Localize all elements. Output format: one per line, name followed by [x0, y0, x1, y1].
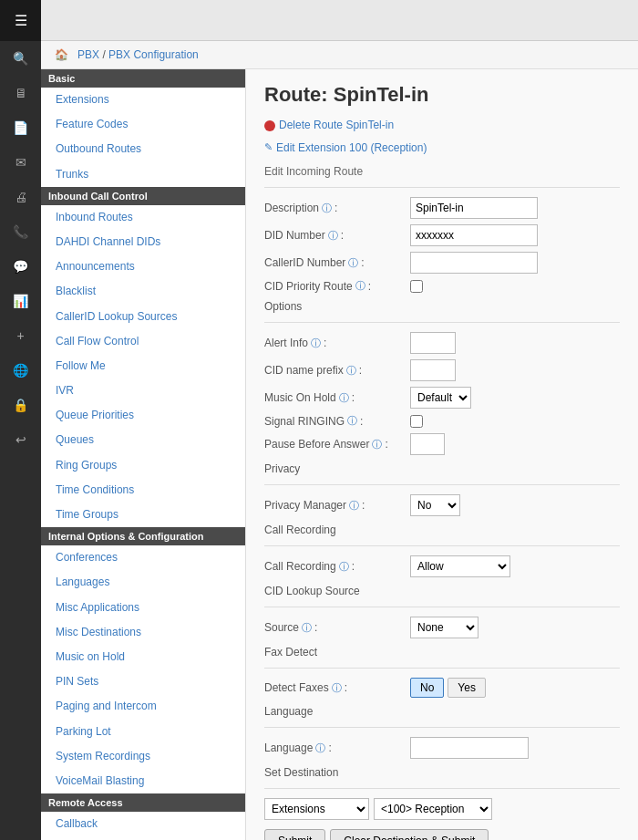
did-number-label: DID Number ⓘ : [264, 229, 410, 243]
sidebar-item-plus[interactable]: + [0, 318, 41, 353]
breadcrumb: 🏠 PBX / PBX Configuration [41, 41, 638, 69]
sidebar-item-print[interactable]: 🖨 [0, 180, 41, 214]
delete-route-link[interactable]: Delete Route SpinTel-in [264, 116, 394, 136]
sidebar-item-voicemail-blasting[interactable]: VoiceMail Blasting [41, 769, 245, 793]
callerid-help-icon[interactable]: ⓘ [348, 256, 358, 270]
sidebar-item-ring-groups[interactable]: Ring Groups [41, 453, 245, 478]
privacy-manager-select[interactable]: No Yes [410, 494, 460, 516]
sidebar-item-extensions[interactable]: Extensions [41, 88, 245, 112]
sidebar-item-desktop[interactable]: 🖥 [0, 76, 41, 110]
cid-name-prefix-label: CID name prefix ⓘ : [264, 364, 410, 378]
pause-before-answer-input[interactable] [410, 433, 445, 455]
sidebar-item-call-flow[interactable]: Call Flow Control [41, 329, 245, 354]
destination-ext-select[interactable]: <100> Reception [374, 798, 492, 820]
submit-button[interactable]: Submit [264, 829, 325, 840]
source-help-icon[interactable]: ⓘ [302, 621, 312, 635]
language-input[interactable] [410, 737, 529, 759]
sidebar-item-search[interactable]: 🔍 [0, 41, 41, 76]
sidebar-item-system-recordings[interactable]: System Recordings [41, 744, 245, 769]
cid-name-prefix-input[interactable] [410, 359, 456, 381]
clear-submit-button[interactable]: Clear Destination & Submit [330, 829, 489, 840]
sidebar-item-parking[interactable]: Parking Lot [41, 720, 245, 744]
sidebar-item-time-groups[interactable]: Time Groups [41, 503, 245, 527]
language-section-title: Language [264, 705, 620, 718]
sidebar-item-blacklist[interactable]: Blacklist [41, 279, 245, 304]
cid-priority-checkbox[interactable] [410, 280, 423, 293]
page-title-prefix: Route: [264, 83, 334, 106]
cid-priority-row: CID Priority Route ⓘ : [264, 279, 620, 293]
did-help-icon[interactable]: ⓘ [328, 229, 338, 243]
music-on-hold-select[interactable]: Default [410, 387, 471, 409]
sidebar-item-trunks[interactable]: Trunks [41, 162, 245, 187]
alert-info-help-icon[interactable]: ⓘ [311, 337, 321, 350]
did-number-input[interactable] [410, 224, 538, 246]
sidebar-item-languages[interactable]: Languages [41, 570, 245, 595]
sidebar-item-lock[interactable]: 🔒 [0, 388, 41, 422]
call-recording-help-icon[interactable]: ⓘ [339, 560, 349, 574]
signal-ringing-checkbox[interactable] [410, 415, 423, 428]
sidebar-item-conferences[interactable]: Conferences [41, 545, 245, 570]
sidebar-item-phone[interactable]: 📞 [0, 214, 41, 249]
sidebar-item-time-conditions[interactable]: Time Conditions [41, 478, 245, 503]
language-row: Language ⓘ : [264, 737, 620, 759]
privacy-manager-help-icon[interactable]: ⓘ [349, 499, 359, 513]
sidebar-item-callerid-lookup[interactable]: CallerID Lookup Sources [41, 305, 245, 329]
sidebar-item-ivr[interactable]: IVR [41, 379, 245, 403]
delete-route-label: Delete Route SpinTel-in [279, 116, 394, 136]
form-area: Route: SpinTel-in Delete Route SpinTel-i… [246, 69, 638, 840]
sidebar-item-dahdi[interactable]: DAHDI Channel DIDs [41, 230, 245, 254]
description-help-icon[interactable]: ⓘ [322, 202, 332, 215]
call-recording-row: Call Recording ⓘ : Allow Deny Don't Care… [264, 555, 620, 577]
home-icon[interactable]: 🏠 [55, 48, 68, 61]
sidebar-item-callback[interactable]: Callback [41, 812, 245, 836]
sidebar-item-misc-destinations[interactable]: Misc Destinations [41, 620, 245, 645]
sidebar-item-chat[interactable]: 💬 [0, 249, 41, 284]
callerid-number-label: CallerID Number ⓘ : [264, 256, 410, 270]
pause-before-answer-help-icon[interactable]: ⓘ [372, 438, 382, 451]
detect-faxes-help-icon[interactable]: ⓘ [332, 681, 342, 695]
call-recording-select[interactable]: Allow Deny Don't Care On Demand [410, 555, 510, 577]
sidebar: Basic Extensions Feature Codes Outbound … [41, 69, 246, 840]
edit-extension-link[interactable]: ✎ Edit Extension 100 (Reception) [264, 139, 427, 159]
description-input[interactable] [410, 197, 538, 219]
sidebar-item-misc-apps[interactable]: Misc Applications [41, 596, 245, 620]
menu-toggle[interactable]: ☰ [0, 0, 41, 41]
sidebar-item-queues[interactable]: Queues [41, 428, 245, 452]
sidebar-item-undo[interactable]: ↩ [0, 422, 41, 457]
sidebar-item-queue-priorities[interactable]: Queue Priorities [41, 403, 245, 428]
music-on-hold-help-icon[interactable]: ⓘ [339, 391, 349, 405]
divider-cid-lookup [264, 607, 620, 607]
sidebar-item-globe[interactable]: 🌐 [0, 353, 41, 388]
sidebar-item-document[interactable]: 📄 [0, 110, 41, 145]
callerid-number-input[interactable] [410, 252, 538, 274]
language-help-icon[interactable]: ⓘ [315, 741, 325, 755]
cid-priority-help-icon[interactable]: ⓘ [355, 279, 365, 293]
sidebar-item-mail[interactable]: ✉ [0, 145, 41, 180]
options-section-title: Options [264, 300, 620, 313]
source-select[interactable]: None [410, 617, 478, 638]
set-destination-section-title: Set Destination [264, 766, 620, 779]
destination-type-select[interactable]: Extensions IVR Ring Groups Voicemail [264, 798, 369, 820]
sidebar-item-disa[interactable]: DISA [41, 836, 245, 840]
sidebar-item-music-on-hold[interactable]: Music on Hold [41, 645, 245, 669]
breadcrumb-pbxconfig[interactable]: PBX Configuration [108, 48, 199, 61]
sidebar-item-follow-me[interactable]: Follow Me [41, 354, 245, 379]
sidebar-item-announcements[interactable]: Announcements [41, 254, 245, 279]
sidebar-item-pin-sets[interactable]: PIN Sets [41, 669, 245, 694]
action-links: Delete Route SpinTel-in ✎ Edit Extension… [264, 116, 620, 161]
signal-ringing-help-icon[interactable]: ⓘ [347, 414, 357, 428]
call-recording-label: Call Recording ⓘ : [264, 560, 410, 574]
call-recording-section-title: Call Recording [264, 524, 620, 536]
chart-icon: 📊 [13, 294, 28, 308]
sidebar-item-feature-codes[interactable]: Feature Codes [41, 112, 245, 137]
sidebar-item-paging[interactable]: Paging and Intercom [41, 694, 245, 719]
detect-faxes-yes-button[interactable]: Yes [448, 678, 486, 698]
breadcrumb-pbx[interactable]: PBX [77, 48, 99, 61]
detect-faxes-no-button[interactable]: No [410, 678, 444, 698]
sidebar-section-internal: Internal Options & Configuration [41, 527, 245, 545]
sidebar-item-inbound-routes[interactable]: Inbound Routes [41, 205, 245, 230]
sidebar-item-outbound-routes[interactable]: Outbound Routes [41, 137, 245, 161]
sidebar-item-chart[interactable]: 📊 [0, 284, 41, 318]
cid-name-prefix-help-icon[interactable]: ⓘ [346, 364, 356, 378]
alert-info-input[interactable] [410, 332, 456, 354]
